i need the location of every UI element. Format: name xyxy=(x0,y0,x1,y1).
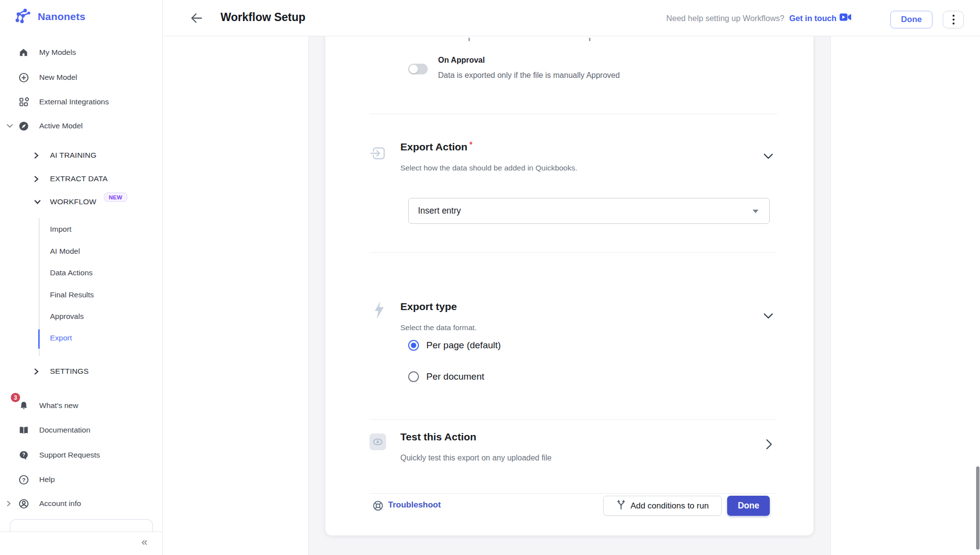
on-approval-toggle[interactable] xyxy=(408,64,428,74)
sidebar: Nanonets My Models New Model Extern xyxy=(0,0,163,555)
more-options-button[interactable] xyxy=(943,11,964,28)
sidebar-item-label: What's new xyxy=(39,401,78,410)
collapse-sidebar-button[interactable]: « xyxy=(142,536,147,549)
sidebar-section-label: EXTRACT DATA xyxy=(50,174,108,183)
section-divider xyxy=(369,114,777,114)
sidebar-item-import[interactable]: Import xyxy=(0,221,163,238)
sidebar-item-label: Account info xyxy=(39,499,81,508)
sidebar-item-data-actions[interactable]: Data Actions xyxy=(0,265,163,281)
collapse-export-action-chevron[interactable] xyxy=(763,152,773,158)
required-asterisk: * xyxy=(469,141,472,149)
user-circle-icon xyxy=(18,498,29,509)
sidebar-item-support-requests[interactable]: ? Support Requests xyxy=(0,447,163,463)
export-type-lightning-icon xyxy=(374,301,386,321)
back-arrow-icon[interactable] xyxy=(190,12,203,24)
book-icon xyxy=(18,424,29,436)
radio-label: Per document xyxy=(426,371,484,382)
add-conditions-button[interactable]: Add conditions to run xyxy=(603,496,722,516)
sidebar-item-label: Approvals xyxy=(50,312,84,321)
sidebar-item-label: AI Model xyxy=(50,247,80,256)
troubleshoot-link[interactable]: Troubleshoot xyxy=(388,500,441,510)
sidebar-item-active-model[interactable]: Active Model xyxy=(0,118,163,134)
sidebar-footer: « xyxy=(0,531,162,555)
test-action-title: Test this Action xyxy=(400,431,476,443)
chevron-right-icon[interactable] xyxy=(7,501,13,507)
sidebar-section-extract-data[interactable]: EXTRACT DATA xyxy=(0,170,163,187)
radio-label: Per page (default) xyxy=(426,340,501,351)
export-action-title: Export Action* xyxy=(400,141,472,153)
test-action-subtitle: Quickly test this export on any uploaded… xyxy=(400,454,552,462)
export-action-icon xyxy=(370,145,387,164)
export-settings-card: On Approval Data is exported only if the… xyxy=(325,36,814,536)
sidebar-item-label: Data Actions xyxy=(50,268,93,277)
sidebar-item-ai-model[interactable]: AI Model xyxy=(0,243,163,260)
nanonets-logo-icon xyxy=(14,7,31,26)
svg-text:?: ? xyxy=(22,477,25,483)
help-text: Need help setting up Workflows? xyxy=(666,14,784,23)
lifebuoy-icon xyxy=(372,500,383,511)
sidebar-item-label: Documentation xyxy=(39,426,90,434)
done-button-header[interactable]: Done xyxy=(890,11,932,28)
sidebar-item-approvals[interactable]: Approvals xyxy=(0,308,163,325)
export-type-title: Export type xyxy=(400,301,457,313)
export-action-subtitle: Select how the data should be added in Q… xyxy=(400,164,577,172)
chevron-right-icon xyxy=(34,368,41,375)
sidebar-item-label: Import xyxy=(50,225,72,234)
brand-logo[interactable]: Nanonets xyxy=(14,7,85,26)
done-button-panel[interactable]: Done xyxy=(727,496,770,516)
video-camera-icon xyxy=(839,13,852,24)
on-approval-description: Data is exported only if the file is man… xyxy=(438,71,620,80)
get-in-touch-link[interactable]: Get in touch xyxy=(789,14,836,23)
chevron-down-icon[interactable] xyxy=(7,123,13,129)
sidebar-section-label: AI TRAINING xyxy=(50,151,97,160)
radio-unselected-icon[interactable] xyxy=(408,371,419,382)
sidebar-item-whats-new[interactable]: 3 What's new xyxy=(0,397,163,414)
toggle-knob xyxy=(409,65,418,73)
sidebar-item-label: Help xyxy=(39,475,55,484)
help-area: Need help setting up Workflows? Get in t… xyxy=(666,13,852,24)
sidebar-item-new-model[interactable]: New Model xyxy=(0,69,163,86)
chevron-right-icon xyxy=(34,175,41,182)
sidebar-item-label: Export xyxy=(50,334,72,342)
branch-icon xyxy=(616,500,626,512)
radio-option-per-page[interactable]: Per page (default) xyxy=(408,340,501,351)
select-value: Insert entry xyxy=(418,206,461,216)
sidebar-item-documentation[interactable]: Documentation xyxy=(0,422,163,438)
content-area: On Approval Data is exported only if the… xyxy=(163,36,980,555)
on-approval-label: On Approval xyxy=(438,56,485,65)
sidebar-section-settings[interactable]: SETTINGS xyxy=(0,363,163,380)
sidebar-section-label: SETTINGS xyxy=(50,367,89,376)
sidebar-item-help[interactable]: ? Help xyxy=(0,471,163,488)
section-divider xyxy=(369,419,777,420)
radio-selected-icon[interactable] xyxy=(408,340,419,351)
test-action-eye-icon xyxy=(369,433,387,453)
header: Workflow Setup Need help setting up Work… xyxy=(163,0,980,36)
clipped-text-fragment xyxy=(589,38,590,41)
sidebar-section-label: WORKFLOW xyxy=(50,197,97,206)
sidebar-section-ai-training[interactable]: AI TRAINING xyxy=(0,147,163,164)
sidebar-item-export[interactable]: Export xyxy=(0,330,163,346)
sidebar-item-label: My Models xyxy=(39,48,76,57)
integrations-grid-icon xyxy=(18,96,29,108)
add-conditions-label: Add conditions to run xyxy=(631,501,709,511)
sidebar-item-my-models[interactable]: My Models xyxy=(0,44,163,61)
sidebar-item-label: Active Model xyxy=(39,121,83,130)
chat-question-icon: ? xyxy=(18,449,29,461)
notification-badge: 3 xyxy=(10,392,21,403)
export-action-select[interactable]: Insert entry xyxy=(408,198,770,224)
promo-card-edge xyxy=(10,519,153,532)
sidebar-item-final-results[interactable]: Final Results xyxy=(0,287,163,303)
chevron-right-icon xyxy=(34,152,41,159)
sidebar-item-label: Support Requests xyxy=(39,451,100,459)
sidebar-item-label: New Model xyxy=(39,73,77,82)
vertical-scrollbar[interactable] xyxy=(976,466,980,550)
open-test-action-chevron[interactable] xyxy=(766,439,772,450)
sidebar-item-external-integrations[interactable]: External Integrations xyxy=(0,94,163,110)
sidebar-section-workflow[interactable]: WORKFLOW NEW xyxy=(0,193,163,210)
sidebar-item-label: External Integrations xyxy=(39,97,109,106)
section-divider xyxy=(369,252,777,253)
collapse-export-type-chevron[interactable] xyxy=(763,312,773,318)
radio-option-per-document[interactable]: Per document xyxy=(408,371,484,382)
sidebar-item-account-info[interactable]: Account info xyxy=(0,495,163,512)
dropdown-caret-icon xyxy=(753,210,759,213)
